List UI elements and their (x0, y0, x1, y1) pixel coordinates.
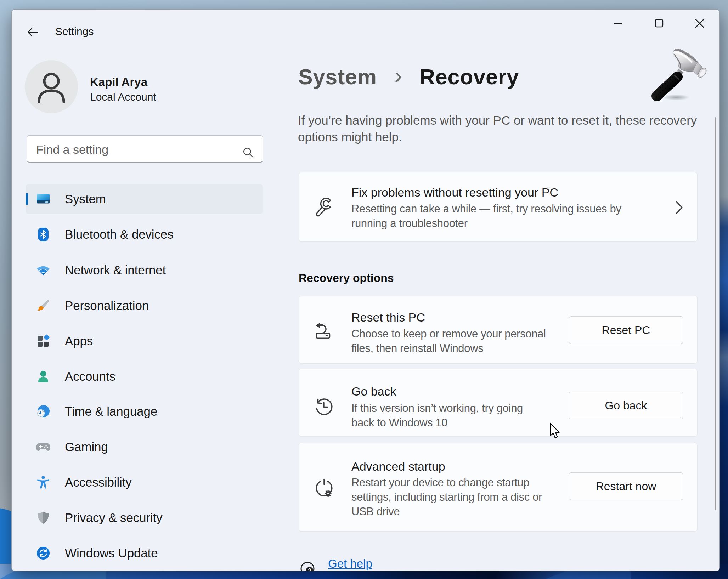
svg-text:?: ? (308, 568, 311, 571)
